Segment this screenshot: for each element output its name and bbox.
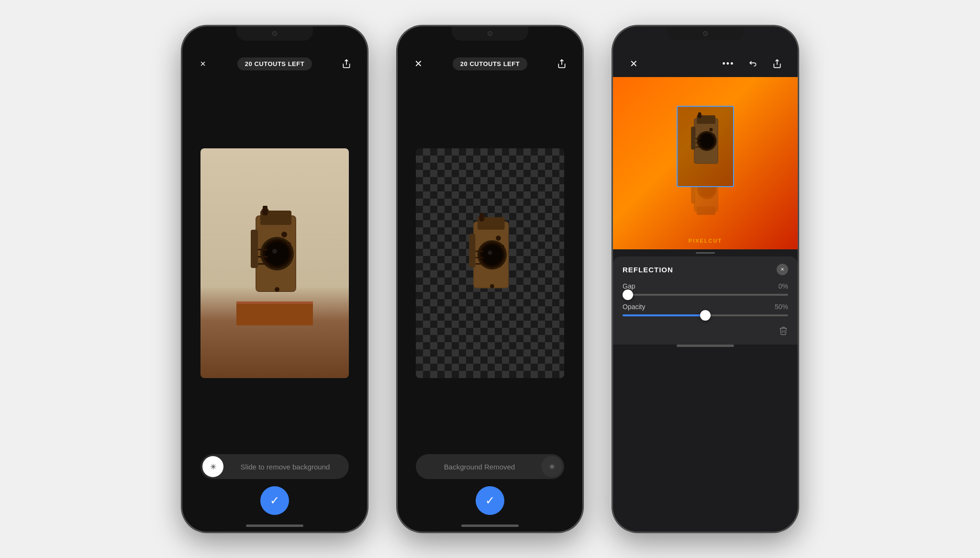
svg-point-43 bbox=[709, 128, 713, 131]
share-button-3[interactable] bbox=[768, 55, 786, 72]
screen-1: × 20 CUTOUTS LEFT bbox=[182, 26, 367, 532]
home-indicator-2 bbox=[461, 525, 519, 527]
slide-pill-1[interactable]: ✳ Slide to remove background bbox=[200, 454, 349, 479]
svg-rect-26 bbox=[479, 213, 484, 222]
svg-rect-50 bbox=[697, 206, 715, 215]
notch-2 bbox=[452, 26, 528, 41]
pixelcut-label-3: PIXELCUT bbox=[689, 238, 722, 244]
menu-icon-3: ••• bbox=[723, 59, 735, 69]
svg-point-10 bbox=[281, 232, 287, 237]
share-icon-2 bbox=[557, 59, 567, 68]
svg-rect-8 bbox=[263, 206, 267, 215]
svg-rect-47 bbox=[695, 146, 701, 147]
reflection-close-3[interactable]: × bbox=[777, 264, 788, 275]
svg-rect-54 bbox=[691, 187, 695, 203]
menu-button-3[interactable]: ••• bbox=[720, 55, 737, 72]
slide-thumb-1: ✳ bbox=[202, 456, 223, 477]
scroll-indicator-3 bbox=[613, 249, 798, 257]
top-bar-3: ✕ ••• bbox=[613, 50, 798, 77]
home-indicator-1 bbox=[246, 525, 303, 527]
removed-text-2: Background Removed bbox=[418, 463, 541, 471]
phone-image-1 bbox=[200, 148, 349, 378]
top-bar-1: × 20 CUTOUTS LEFT bbox=[182, 50, 367, 77]
gap-thumb-3[interactable] bbox=[623, 290, 633, 300]
camera-svg-2 bbox=[457, 206, 523, 321]
bottom-controls-1: ✳ Slide to remove background ✓ bbox=[182, 449, 367, 525]
camera-container-3 bbox=[677, 106, 734, 221]
svg-rect-27 bbox=[469, 234, 475, 268]
svg-point-11 bbox=[287, 242, 291, 246]
confirm-button-1[interactable]: ✓ bbox=[260, 486, 289, 515]
checker-bg-2 bbox=[416, 148, 564, 378]
trash-icon-3 bbox=[779, 326, 788, 335]
slide-text-1: Slide to remove background bbox=[223, 463, 347, 471]
svg-rect-12 bbox=[258, 249, 267, 250]
svg-rect-41 bbox=[698, 112, 701, 118]
close-button-3[interactable]: ✕ bbox=[625, 55, 642, 72]
svg-rect-46 bbox=[695, 142, 701, 143]
back-icon-3 bbox=[748, 59, 757, 68]
gap-track-3[interactable] bbox=[623, 294, 788, 296]
bottom-controls-2: Background Removed ✳ ✓ bbox=[398, 449, 582, 525]
top-right-icons-3: ••• bbox=[720, 55, 786, 72]
camera-bg-1 bbox=[200, 148, 349, 378]
close-button-2[interactable]: ✕ bbox=[410, 55, 427, 72]
back-button-3[interactable] bbox=[744, 55, 761, 72]
reflection-header-3: REFLECTION × bbox=[623, 264, 788, 275]
svg-point-23 bbox=[482, 245, 503, 266]
notch-1 bbox=[236, 26, 313, 41]
svg-rect-30 bbox=[475, 251, 484, 252]
svg-rect-9 bbox=[251, 230, 258, 268]
gap-slider-row-3: Gap 0% bbox=[623, 282, 788, 296]
svg-rect-45 bbox=[695, 138, 701, 139]
home-indicator-3 bbox=[677, 345, 734, 347]
svg-point-44 bbox=[713, 134, 715, 136]
opacity-label-3: Opacity bbox=[623, 303, 645, 311]
svg-point-39 bbox=[700, 134, 714, 148]
svg-rect-14 bbox=[258, 263, 267, 265]
opacity-track-3[interactable] bbox=[623, 314, 788, 316]
gap-label-row-3: Gap 0% bbox=[623, 282, 788, 290]
confirm-button-2[interactable]: ✓ bbox=[476, 486, 504, 515]
opacity-thumb-3[interactable] bbox=[700, 310, 711, 321]
svg-point-15 bbox=[275, 287, 279, 292]
opacity-fill-3 bbox=[623, 314, 705, 316]
svg-point-24 bbox=[488, 251, 492, 255]
camera-svg-3 bbox=[681, 110, 729, 184]
share-button-1[interactable] bbox=[338, 55, 355, 72]
notch-dot-2 bbox=[488, 31, 492, 36]
cutouts-badge-2: 20 CUTOUTS LEFT bbox=[453, 57, 527, 70]
svg-rect-13 bbox=[258, 256, 267, 257]
top-bar-2: ✕ 20 CUTOUTS LEFT bbox=[398, 50, 582, 77]
svg-rect-17 bbox=[236, 301, 313, 304]
gap-value-3: 0% bbox=[779, 282, 788, 290]
trash-button-3[interactable] bbox=[779, 326, 788, 337]
share-icon-1 bbox=[342, 59, 351, 68]
camera-frame-3[interactable] bbox=[677, 106, 734, 187]
share-icon-3 bbox=[772, 59, 782, 68]
image-area-1 bbox=[182, 77, 367, 449]
phone-image-2 bbox=[416, 148, 564, 378]
close-button-1[interactable]: × bbox=[194, 55, 212, 72]
svg-rect-16 bbox=[236, 301, 313, 325]
svg-point-29 bbox=[501, 245, 504, 248]
cutouts-badge-1: 20 CUTOUTS LEFT bbox=[237, 57, 312, 70]
screen-2: ✕ 20 CUTOUTS LEFT bbox=[398, 26, 582, 532]
sparkle-icon-2: ✳ bbox=[549, 462, 555, 471]
camera-reflection-3 bbox=[681, 187, 729, 221]
svg-point-5 bbox=[265, 242, 289, 266]
panel-footer-3 bbox=[623, 324, 788, 337]
reflection-title-3: REFLECTION bbox=[623, 266, 673, 274]
svg-point-6 bbox=[272, 249, 277, 254]
removed-pill-2[interactable]: Background Removed ✳ bbox=[416, 454, 564, 479]
opacity-value-3: 50% bbox=[775, 303, 788, 311]
screen-3: ✕ ••• bbox=[613, 26, 798, 532]
opacity-label-row-3: Opacity 50% bbox=[623, 303, 788, 311]
svg-rect-42 bbox=[691, 126, 695, 149]
reflection-panel-3: REFLECTION × Gap 0% Opacity bbox=[613, 257, 798, 345]
share-button-2[interactable] bbox=[553, 55, 570, 72]
slide-thumb-right-2: ✳ bbox=[541, 456, 562, 477]
notch-dot-1 bbox=[272, 31, 277, 36]
svg-rect-32 bbox=[475, 263, 484, 265]
svg-rect-31 bbox=[475, 257, 484, 258]
